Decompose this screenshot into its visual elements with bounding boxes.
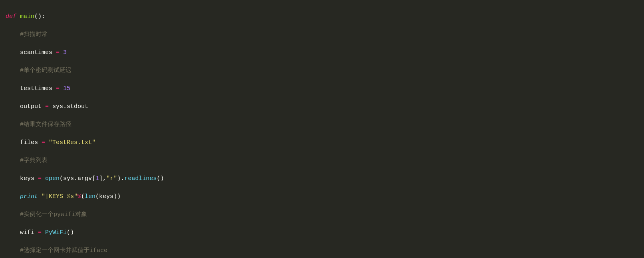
comment: #单个密码测试延迟 (20, 67, 72, 74)
code-line: keys = open(sys.argv[1],"r").readlines() (6, 174, 638, 184)
keyword-def: def (6, 13, 16, 20)
comment: #字典列表 (20, 157, 48, 164)
number-literal: 15 (63, 85, 70, 92)
keyword-print: print (20, 193, 38, 200)
number-literal: 3 (63, 49, 67, 56)
class-pywifi: PyWiFi (45, 229, 67, 236)
builtin-len: len (85, 193, 95, 200)
code-line: testtimes = 15 (6, 84, 638, 94)
code-line: files = "TestRes.txt" (6, 138, 638, 148)
comment: #选择定一个网卡并赋值于iface (20, 247, 107, 254)
code-line: #选择定一个网卡并赋值于iface (6, 246, 638, 256)
code-line: #结果文件保存路径 (6, 120, 638, 130)
function-name: main (20, 13, 34, 20)
code-line: #实例化一个pywifi对象 (6, 210, 638, 220)
code-line: #扫描时常 (6, 30, 638, 40)
code-line: #单个密码测试延迟 (6, 66, 638, 76)
code-line: wifi = PyWiFi() (6, 228, 638, 238)
builtin-open: open (45, 175, 60, 182)
code-line: output = sys.stdout (6, 102, 638, 112)
code-line: def main(): (6, 12, 638, 22)
string-literal: "TestRes.txt" (49, 139, 95, 146)
comment: #实例化一个pywifi对象 (20, 211, 87, 218)
code-line: scantimes = 3 (6, 48, 638, 58)
comment: #扫描时常 (20, 31, 48, 38)
method-readlines: readlines (124, 175, 157, 182)
code-editor[interactable]: def main(): #扫描时常 scantimes = 3 #单个密码测试延… (0, 0, 644, 258)
comment: #结果文件保存路径 (20, 121, 72, 128)
code-line: print "|KEYS %s"%(len(keys)) (6, 192, 638, 202)
code-line: #字典列表 (6, 156, 638, 166)
